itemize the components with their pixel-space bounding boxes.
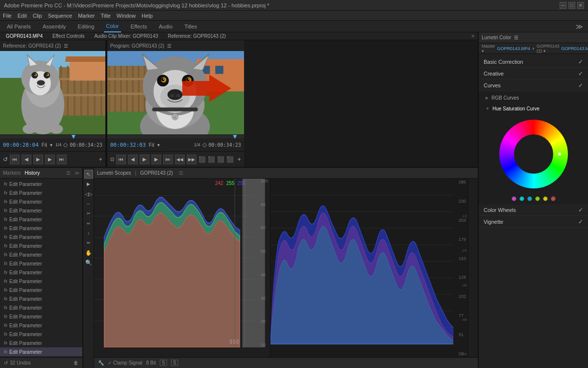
lumetri-file2[interactable]: GOPR0143 (2) ▾ — [537, 44, 560, 53]
swatch-teal[interactable] — [527, 196, 532, 201]
right-step-back[interactable]: ⏮ — [116, 155, 126, 164]
rgb-curves-item[interactable]: ▶ RGB Curves — [484, 92, 583, 103]
trash-icon[interactable]: 🗑 — [74, 360, 78, 366]
maximize-button[interactable]: □ — [568, 2, 575, 9]
panel-close-icon[interactable]: ✕ — [471, 33, 475, 39]
list-item[interactable]: fxEdit Parameter — [0, 233, 82, 241]
list-item[interactable]: fxEdit Parameter — [0, 215, 82, 224]
tab-editing[interactable]: Editing — [76, 21, 97, 32]
right-scrub-marker[interactable] — [233, 135, 237, 139]
color-wheel-ring[interactable] — [499, 120, 568, 188]
minimize-button[interactable]: ─ — [560, 2, 566, 9]
left-scrub-marker[interactable] — [72, 135, 75, 139]
tab-all-panels[interactable]: All Panels — [5, 21, 33, 32]
right-quality[interactable]: 1/4 — [194, 142, 200, 147]
list-item[interactable]: fxEdit Parameter — [0, 197, 82, 206]
window-controls[interactable]: ─ □ ✕ — [560, 2, 584, 9]
tab-titles[interactable]: Titles — [182, 21, 199, 32]
tool-razor[interactable]: ✂ — [84, 209, 93, 218]
tab-gopr0143[interactable]: GOPR0143.MP4 — [3, 33, 46, 39]
left-add-marker[interactable]: + — [99, 156, 102, 163]
list-item[interactable]: fxEdit Parameter — [0, 241, 82, 250]
s-button-1[interactable]: S — [160, 360, 167, 366]
curves-check[interactable]: ✓ — [578, 82, 583, 89]
left-scrubber[interactable] — [0, 134, 105, 138]
monitor-left-menu[interactable]: ☰ — [64, 43, 68, 49]
left-loop-icon[interactable]: ↺ — [3, 156, 8, 163]
right-marker-icon[interactable]: ◇ — [202, 141, 207, 148]
right-step-fwd[interactable]: ⏭ — [163, 155, 173, 164]
tab-effects[interactable]: Effects — [129, 21, 149, 32]
menu-edit[interactable]: Edit — [18, 13, 27, 19]
swatch-yellow[interactable] — [543, 196, 548, 201]
s-button-2[interactable]: S — [171, 360, 178, 366]
tab-assembly[interactable]: Assembly — [41, 21, 68, 32]
tab-effect-controls[interactable]: Effect Controls — [49, 33, 87, 39]
right-slow-back[interactable]: ◀◀ — [175, 155, 185, 164]
markers-tab[interactable]: Markers — [3, 170, 21, 176]
tab-audio[interactable]: Audio — [157, 21, 174, 32]
scopes-tab1[interactable]: Lumetri Scopes — [97, 170, 131, 176]
list-item[interactable]: fxEdit Parameter — [0, 339, 82, 347]
tool-slip[interactable]: ⇔ — [84, 219, 93, 228]
lumetri-file3[interactable]: GOPR0143.MP4 — [562, 46, 588, 51]
hue-sat-curve-item[interactable]: ▼ Hue Saturation Curve — [484, 103, 583, 114]
creative-section[interactable]: Creative ✓ — [479, 68, 588, 79]
right-scrubber[interactable] — [107, 134, 244, 138]
right-play[interactable]: ▶ — [140, 155, 149, 164]
tool-ripple-edit[interactable]: ◁▷ — [84, 189, 93, 198]
tool-select[interactable]: ↖ — [84, 170, 93, 179]
right-export-icon[interactable]: ⬛ — [198, 156, 206, 163]
list-item[interactable]: fxEdit Parameter — [0, 303, 82, 312]
scopes-menu[interactable]: ☰ — [179, 170, 183, 176]
list-item[interactable]: fxEdit Parameter — [0, 259, 82, 268]
right-zoom-arrow[interactable]: ▾ — [157, 142, 160, 148]
list-item[interactable]: fxEdit Parameter — [0, 312, 82, 321]
vignette-section[interactable]: Vignette ✓ — [479, 216, 588, 228]
curves-section[interactable]: Curves ✓ — [479, 79, 588, 91]
tool-rate-stretch[interactable]: ↔ — [84, 199, 93, 208]
right-add-marker[interactable]: + — [238, 156, 241, 163]
tool-slide[interactable]: ↕ — [84, 229, 93, 237]
left-step-fwd[interactable]: ⏭ — [57, 155, 67, 164]
tab-color[interactable]: Color — [104, 21, 121, 32]
wrench-icon[interactable]: 🔧 — [98, 360, 104, 366]
monitor-right-menu[interactable]: ☰ — [167, 43, 172, 49]
list-item[interactable]: fxEdit Parameter — [0, 224, 82, 233]
close-button[interactable]: ✕ — [577, 2, 584, 9]
lumetri-file1[interactable]: GOPR0143.MP4 — [497, 46, 531, 51]
list-item[interactable]: fxEdit Parameter — [0, 321, 82, 330]
list-item[interactable]: fxEdit Parameter — [0, 250, 82, 259]
right-settings-icon[interactable]: ⬛ — [226, 156, 234, 163]
list-item[interactable]: fxEdit Parameter — [0, 286, 82, 294]
menu-file[interactable]: File — [3, 13, 12, 19]
right-safe-icon[interactable]: ⊡ — [110, 157, 114, 162]
list-item[interactable]: fxEdit Parameter — [0, 180, 82, 188]
scopes-tab2[interactable]: GOPR0143 (2) — [140, 170, 173, 176]
clamp-signal[interactable]: ✓ Clamp Signal — [108, 360, 142, 366]
left-frame-back[interactable]: ◀ — [22, 155, 31, 164]
tab-reference[interactable]: Reference: GOPR0143 (2) — [165, 33, 229, 39]
list-item[interactable]: fxEdit Parameter — [0, 277, 82, 286]
swatch-green[interactable] — [535, 196, 540, 201]
menu-sequence[interactable]: Sequence — [48, 13, 73, 19]
swatch-purple[interactable] — [512, 196, 516, 201]
right-slow-fwd[interactable]: ▶▶ — [187, 155, 196, 164]
tool-zoom[interactable]: 🔍 — [84, 258, 93, 267]
list-item[interactable]: fxEdit Parameter — [0, 206, 82, 215]
list-item[interactable]: fxEdit Parameter — [0, 347, 82, 356]
right-frame-fwd[interactable]: ▶ — [151, 155, 161, 164]
color-wheel-dot[interactable] — [558, 153, 561, 156]
right-zoom[interactable]: Fit — [149, 142, 154, 148]
tool-pen[interactable]: ✏ — [84, 238, 93, 247]
history-tab[interactable]: History — [24, 170, 40, 176]
right-insert-icon[interactable]: ⬛ — [208, 156, 215, 163]
tool-hand[interactable]: ✋ — [84, 248, 93, 257]
vignette-check[interactable]: ✓ — [578, 218, 583, 225]
right-replace-icon[interactable]: ⬛ — [217, 156, 224, 163]
history-more-icon[interactable]: ☰ — [66, 170, 71, 176]
color-wheels-check[interactable]: ✓ — [578, 207, 583, 213]
history-collapse-icon[interactable]: ≫ — [74, 170, 79, 176]
basic-correction-check[interactable]: ✓ — [578, 58, 583, 65]
left-zoom[interactable]: Fit — [42, 142, 47, 148]
